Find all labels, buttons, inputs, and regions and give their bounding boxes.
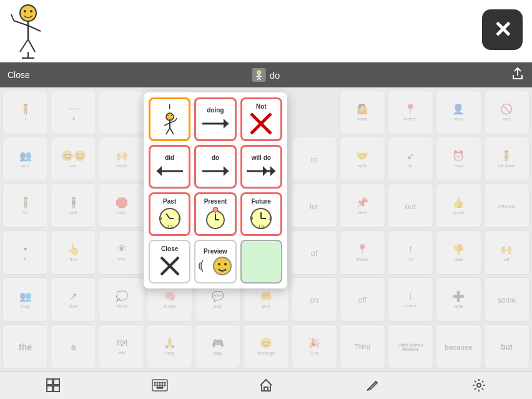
toolbar-share-button[interactable]	[511, 67, 525, 84]
bg-card-littlewords[interactable]: Little WordsWORDS	[388, 324, 433, 368]
bg-card-play[interactable]: 🎮play	[195, 324, 240, 368]
svg-rect-61	[54, 379, 59, 385]
svg-point-59	[224, 263, 227, 265]
popup-card-I-label: I	[169, 104, 170, 111]
bg-card-that[interactable]: ↗that	[51, 277, 96, 322]
bg-card-they[interactable]: 👥they	[2, 277, 48, 322]
popup-card-I[interactable]: I	[149, 97, 190, 141]
svg-text:9: 9	[250, 215, 254, 221]
svg-marker-37	[270, 166, 275, 176]
bg-card-want[interactable]: 🙌want	[99, 137, 144, 181]
bg-card-and[interactable]: ➕and	[436, 277, 481, 322]
bg-card-alldone[interactable]: 🧍all done	[484, 137, 530, 181]
bg-card-bad[interactable]: 👎bad	[436, 230, 481, 275]
bg-card-different[interactable]: different	[484, 184, 530, 228]
svg-point-66	[154, 382, 155, 383]
bg-card-who[interactable]: 👤who	[436, 90, 481, 134]
bg-card-all[interactable]: 🙌all	[484, 230, 530, 275]
nav-keyboard-button[interactable]	[144, 373, 175, 397]
popup-card-present-label: Present	[204, 198, 227, 205]
nav-grid-button[interactable]	[37, 373, 69, 397]
bg-card-on[interactable]: on	[292, 277, 337, 322]
popup-card-past[interactable]: Past 12 9 3	[149, 192, 190, 236]
popup-card-present[interactable]: Present	[194, 192, 236, 236]
nav-pencil-button[interactable]	[357, 373, 388, 397]
popup-panel: I doing	[144, 92, 287, 288]
bg-card-eat[interactable]: 🍽eat	[99, 324, 144, 368]
bg-card-in[interactable]: ↙in	[388, 137, 433, 181]
bg-card-good[interactable]: 👍good	[436, 184, 481, 228]
toolbar-do-icon	[252, 68, 266, 82]
bg-card-I[interactable]: 🧍I	[2, 90, 48, 134]
bg-card-some[interactable]: some	[484, 277, 530, 322]
svg-point-69	[162, 382, 163, 383]
mascot	[6, 3, 50, 59]
close-x-button[interactable]: ✕	[482, 9, 523, 50]
bg-card-now[interactable]: ⏰now	[436, 137, 481, 181]
bg-card-is[interactable]: —is	[51, 90, 96, 134]
bg-card-down[interactable]: ↓down	[388, 277, 433, 322]
svg-point-11	[257, 71, 261, 74]
popup-card-doing[interactable]: doing	[194, 97, 236, 141]
bg-card-off[interactable]: off	[340, 277, 385, 322]
bg-card-feelings[interactable]: 😊feelings	[243, 324, 288, 368]
bg-card-she[interactable]: 🧍‍♀️she	[51, 184, 96, 228]
svg-marker-31	[157, 166, 162, 176]
svg-text:3: 3	[269, 215, 272, 221]
popup-card-not[interactable]: Not	[240, 97, 282, 141]
bg-card-think[interactable]: 💭think	[99, 277, 144, 322]
toolbar-center: do	[252, 68, 280, 82]
bg-card-but[interactable]: but	[484, 324, 530, 368]
svg-point-19	[171, 115, 172, 116]
svg-text:12: 12	[259, 224, 264, 230]
bg-card-of[interactable]: of	[292, 230, 337, 275]
popup-card-future-label: Future	[252, 198, 271, 205]
popup-card-close-label: Close	[161, 245, 178, 252]
nav-settings-button[interactable]	[463, 373, 495, 397]
svg-line-8	[28, 39, 35, 52]
popup-card-did[interactable]: did	[149, 145, 190, 189]
popup-card-will-do-label: will do	[252, 154, 271, 161]
svg-line-23	[175, 118, 177, 121]
bg-card-it[interactable]: ▪it	[2, 230, 48, 275]
bg-card-you[interactable]: 👥you	[2, 137, 48, 181]
bg-card-fun[interactable]: 🎉Fun	[292, 324, 337, 368]
bg-card-thing[interactable]: Thing	[340, 324, 385, 368]
bg-card-up[interactable]: ↑up	[388, 230, 433, 275]
svg-line-78	[375, 382, 376, 383]
bg-card-this[interactable]: 👆this	[51, 230, 96, 275]
bg-card-see[interactable]: 👁see	[99, 230, 144, 275]
popup-card-future[interactable]: Future 12 9 3	[240, 192, 282, 236]
bg-card-because[interactable]: because	[436, 324, 481, 368]
bg-card-for[interactable]: for	[292, 184, 337, 228]
bg-card-the[interactable]: the	[2, 324, 48, 368]
bg-card-we[interactable]: 😊😊we	[51, 137, 96, 181]
nav-home-button[interactable]	[250, 373, 282, 397]
svg-point-79	[477, 383, 481, 387]
svg-point-72	[157, 385, 158, 386]
toolbar-close-button[interactable]: Close	[7, 70, 30, 80]
bg-card-where[interactable]: 📍where	[388, 90, 433, 134]
bg-card-out[interactable]: out	[388, 184, 433, 228]
svg-point-58	[218, 263, 220, 265]
bg-card-with[interactable]: 🤝with	[340, 137, 385, 181]
popup-card-will-do[interactable]: will do	[240, 145, 282, 189]
bg-card-not[interactable]: 🚫not	[484, 90, 530, 134]
svg-rect-76	[157, 387, 163, 388]
bg-card-stop[interactable]: 🛑stop	[99, 184, 144, 228]
popup-card-not-label: Not	[256, 103, 267, 110]
bg-card-help[interactable]: 🙏help	[147, 324, 192, 368]
svg-rect-77	[264, 387, 268, 391]
bg-card-what[interactable]: 🤷what	[340, 90, 385, 134]
svg-line-16	[259, 78, 261, 80]
bg-card-he[interactable]: 🧍he	[2, 184, 48, 228]
bg-card-there[interactable]: 📍there	[340, 230, 385, 275]
bg-card-a[interactable]: a	[51, 324, 96, 368]
svg-point-18	[167, 115, 169, 116]
popup-card-close[interactable]: Close	[149, 240, 190, 283]
popup-card-do[interactable]: do	[194, 145, 236, 189]
bg-card-empty1[interactable]	[99, 90, 144, 134]
bg-card-here[interactable]: 📌here	[340, 184, 385, 228]
popup-card-preview[interactable]: Preview	[194, 240, 236, 283]
bg-card-to[interactable]: to	[292, 137, 337, 181]
